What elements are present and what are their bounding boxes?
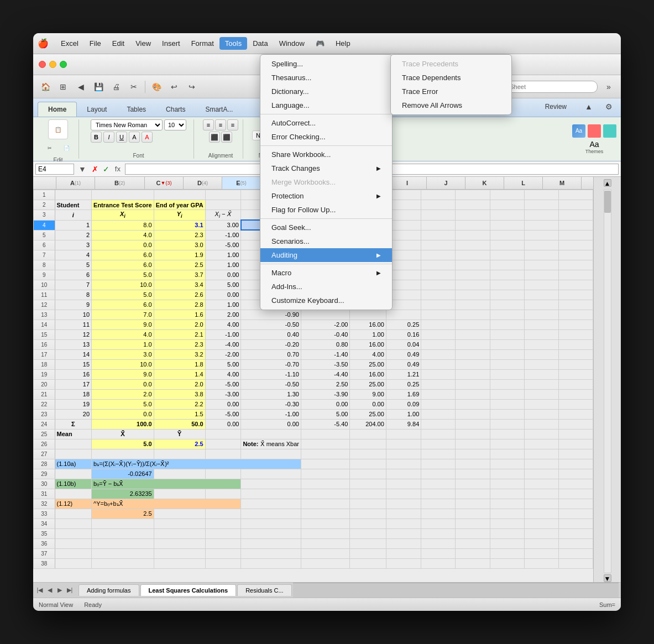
cell-j20[interactable] [456, 379, 490, 389]
cell-d23[interactable]: -5.00 [205, 409, 241, 419]
cell-e17[interactable]: 0.70 [241, 349, 301, 359]
theme-text-aa[interactable]: Aa [589, 140, 599, 149]
cell-f24[interactable]: -5.40 [301, 419, 350, 429]
cell-j9[interactable] [456, 270, 490, 280]
ribbon-up-btn[interactable]: ▲ [581, 99, 597, 114]
cell-m9[interactable] [558, 270, 593, 280]
font-size-select[interactable]: 10 [164, 119, 186, 130]
cell-j15[interactable] [456, 329, 490, 339]
cell-l3[interactable] [524, 210, 558, 221]
cell-d17[interactable]: -2.00 [205, 349, 241, 359]
cell-f29[interactable] [301, 469, 350, 479]
cell-c11[interactable]: 2.6 [154, 290, 205, 300]
cell-j4[interactable] [456, 220, 490, 230]
menu-excel[interactable]: Excel [55, 37, 84, 50]
cell-d26[interactable] [205, 439, 241, 449]
cell-j12[interactable] [456, 300, 490, 310]
cell-f30[interactable] [301, 479, 350, 489]
cell-b5[interactable]: 4.0 [92, 230, 154, 240]
cell-g14[interactable]: 16.00 [350, 320, 386, 329]
cell-k16[interactable] [490, 339, 524, 349]
cell-j25[interactable] [456, 429, 490, 439]
cell-i1[interactable] [421, 190, 456, 200]
cell-b6[interactable]: 0.0 [92, 240, 154, 250]
sheet-next-btn[interactable]: ▶ [55, 586, 64, 595]
cell-m6[interactable] [558, 240, 593, 250]
cell-k15[interactable] [490, 329, 524, 339]
cell-d14[interactable]: 4.00 [205, 320, 241, 329]
cell-m12[interactable] [558, 300, 593, 310]
cell-h24[interactable]: 9.84 [386, 419, 421, 429]
cell-j2[interactable] [456, 200, 490, 210]
cell-c8[interactable]: 2.5 [154, 260, 205, 270]
cell-l7[interactable] [524, 250, 558, 260]
cell-i26[interactable] [421, 439, 456, 449]
cell-h31[interactable] [386, 489, 421, 499]
cell-l1[interactable] [524, 190, 558, 200]
cell-i18[interactable] [421, 359, 456, 369]
cell-m15[interactable] [558, 329, 593, 339]
cell-k10[interactable] [490, 280, 524, 290]
cell-f21[interactable]: -3.90 [301, 389, 350, 399]
cell-l27[interactable] [524, 449, 558, 459]
cell-f17[interactable]: -1.40 [301, 349, 350, 359]
cell-reference[interactable]: E4 [35, 164, 74, 175]
cell-e29[interactable] [241, 469, 301, 479]
cell-j23[interactable] [456, 409, 490, 419]
cell-g31[interactable] [350, 489, 386, 499]
sheet-tab-adding[interactable]: Adding formulas [79, 584, 139, 596]
cell-i15[interactable] [421, 329, 456, 339]
cell-l30[interactable] [524, 479, 558, 489]
cell-g27[interactable] [350, 449, 386, 459]
cell-b26[interactable]: 5.0 [92, 439, 154, 449]
cell-c10[interactable]: 3.4 [154, 280, 205, 290]
menu-item-goalseek[interactable]: Goal Seek... [260, 221, 392, 234]
tab-home[interactable]: Home [38, 102, 77, 117]
ribbon-settings-btn[interactable]: ⚙ [601, 99, 616, 114]
cell-i19[interactable] [421, 369, 456, 379]
cell-d16[interactable]: -4.00 [205, 339, 241, 349]
cell-a3[interactable]: i [55, 210, 92, 221]
cell-k12[interactable] [490, 300, 524, 310]
cell-b23[interactable]: 0.0 [92, 409, 154, 419]
cell-l8[interactable] [524, 260, 558, 270]
cell-b25[interactable]: X̄ [92, 429, 154, 439]
cell-k28[interactable] [490, 459, 524, 469]
cell-l28[interactable] [524, 459, 558, 469]
cell-b10[interactable]: 10.0 [92, 280, 154, 290]
cell-f15[interactable]: -0.40 [301, 329, 350, 339]
cell-m18[interactable] [558, 359, 593, 369]
cell-f22[interactable]: 0.00 [301, 399, 350, 409]
cell-h15[interactable]: 0.16 [386, 329, 421, 339]
scroll-up-btn[interactable]: ▲ [604, 179, 611, 187]
cell-i11[interactable] [421, 290, 456, 300]
cell-a10[interactable]: 7 [55, 280, 92, 290]
cell-c12[interactable]: 2.8 [154, 300, 205, 310]
cell-a5[interactable]: 2 [55, 230, 92, 240]
undo-btn[interactable]: ↩ [166, 79, 182, 95]
cell-i23[interactable] [421, 409, 456, 419]
cell-g20[interactable]: 25.00 [350, 379, 386, 389]
cell-k3[interactable] [490, 210, 524, 221]
menu-item-autocorrect[interactable]: AutoCorrect... [260, 116, 392, 130]
tab-layout[interactable]: Layout [77, 102, 117, 117]
cell-m8[interactable] [558, 260, 593, 270]
cell-h14[interactable]: 0.25 [386, 320, 421, 329]
cell-f26[interactable] [301, 439, 350, 449]
cell-d21[interactable]: -3.00 [205, 389, 241, 399]
cell-k6[interactable] [490, 240, 524, 250]
cell-h23[interactable]: 1.00 [386, 409, 421, 419]
menu-data[interactable]: Data [247, 37, 273, 50]
cell-a32[interactable]: (1.12) [55, 499, 92, 509]
cell-m31[interactable] [558, 489, 593, 499]
cell-a4[interactable]: 1 [55, 220, 92, 230]
cell-h29[interactable] [386, 469, 421, 479]
cell-d22[interactable]: 0.00 [205, 399, 241, 409]
cell-g13[interactable] [350, 310, 386, 320]
underline-btn[interactable]: U [116, 132, 127, 143]
cell-d19[interactable]: 4.00 [205, 369, 241, 379]
tab-review[interactable]: Review [535, 100, 577, 114]
cell-k4[interactable] [490, 220, 524, 230]
cell-i20[interactable] [421, 379, 456, 389]
cell-k21[interactable] [490, 389, 524, 399]
